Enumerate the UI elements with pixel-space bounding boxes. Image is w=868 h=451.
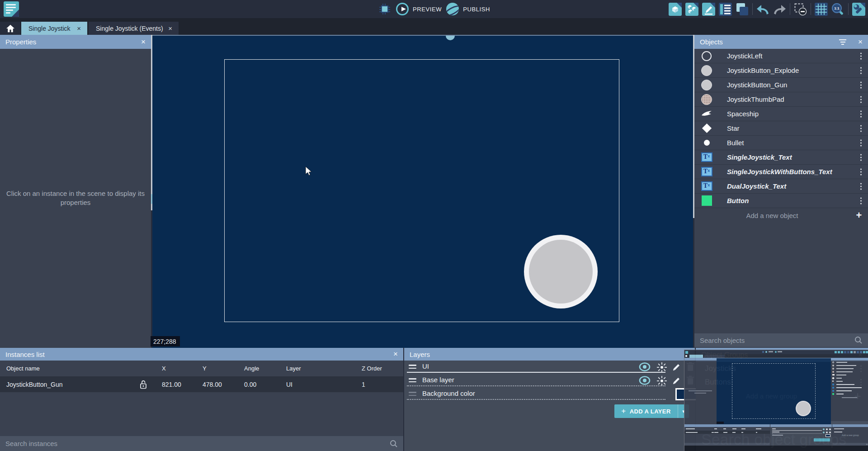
- search-instances-input[interactable]: [5, 440, 390, 447]
- drag-handle-icon: [409, 392, 416, 396]
- open-settings-icon[interactable]: [852, 3, 865, 16]
- object-menu-icon[interactable]: [860, 154, 862, 161]
- spaceship-icon: [701, 108, 712, 120]
- search-icon: [390, 440, 398, 448]
- object-row[interactable]: JoystickButton_Explode: [694, 63, 868, 78]
- drag-handle-icon[interactable]: [409, 378, 416, 382]
- close-panel-icon[interactable]: ×: [858, 38, 863, 47]
- instance-row-selected[interactable]: JoystickButton_Gun 821.00 478.00 0.00 UI…: [0, 376, 403, 392]
- open-objects-editor-icon[interactable]: [669, 3, 682, 16]
- object-row[interactable]: Bullet: [694, 136, 868, 150]
- object-row[interactable]: JoystickButton_Gun: [694, 78, 868, 92]
- object-menu-icon[interactable]: [860, 183, 862, 190]
- tab-label: Single Joystick (Events): [96, 25, 163, 32]
- layer-name: Base layer: [422, 376, 454, 384]
- pip-objects: [831, 358, 868, 424]
- pip-layers: [770, 424, 832, 446]
- column-angle[interactable]: Angle: [244, 361, 259, 376]
- publish-button[interactable]: PUBLISH: [446, 0, 490, 18]
- text-object-icon: Tx: [701, 152, 712, 163]
- object-menu-icon[interactable]: [860, 81, 862, 88]
- column-layer[interactable]: Layer: [286, 361, 301, 376]
- visibility-eye-icon[interactable]: [638, 362, 651, 372]
- object-menu-icon[interactable]: [860, 125, 862, 132]
- open-instances-list-icon[interactable]: [719, 3, 732, 16]
- object-row[interactable]: Star: [694, 121, 868, 136]
- pip-tabstrip: [684, 354, 868, 358]
- open-layers-editor-icon[interactable]: [736, 3, 749, 16]
- close-tab-icon[interactable]: ×: [166, 24, 174, 32]
- instance-x: 821.00: [162, 376, 181, 392]
- preview-label: PREVIEW: [413, 6, 442, 13]
- close-tab-icon[interactable]: ×: [75, 24, 83, 32]
- top-bar: PREVIEW PUBLISH: [0, 0, 868, 18]
- tab-strip: Single Joystick × Single Joystick (Event…: [0, 18, 868, 35]
- object-name: JoystickThumbPad: [727, 95, 784, 103]
- column-object-name[interactable]: Object name: [6, 361, 40, 376]
- visibility-eye-icon[interactable]: [638, 375, 651, 385]
- unlock-icon[interactable]: [139, 376, 147, 392]
- home-tab[interactable]: [0, 22, 20, 35]
- joystick-button-instance[interactable]: [524, 235, 598, 309]
- tab-single-joystick-events[interactable]: Single Joystick (Events) ×: [89, 22, 179, 35]
- scene-toolbar: 1:1: [669, 2, 865, 16]
- object-row[interactable]: Tx DualJoystick_Text: [694, 179, 868, 194]
- screen-preview-window[interactable]: Add a new group: [684, 350, 868, 451]
- toolbar-separator: [790, 3, 790, 15]
- object-row[interactable]: Tx SingleJoystickWithButtons_Text: [694, 165, 868, 179]
- undo-icon[interactable]: [756, 3, 769, 16]
- toggle-grid-icon[interactable]: [815, 3, 828, 16]
- layer-effects-icon[interactable]: [656, 362, 667, 373]
- panel-title: Layers: [410, 351, 430, 358]
- gdevelop-logo-icon[interactable]: [4, 1, 19, 17]
- properties-panel: Properties × Click on an instance in the…: [0, 35, 151, 348]
- layer-effects-icon[interactable]: [656, 375, 667, 386]
- object-row[interactable]: Spaceship: [694, 107, 868, 121]
- open-object-groups-editor-icon[interactable]: [685, 3, 698, 16]
- object-menu-icon[interactable]: [860, 168, 862, 175]
- add-layer-button[interactable]: + ADD A LAYER: [614, 404, 678, 418]
- plus-icon: +: [850, 209, 868, 221]
- instance-z-order: 1: [362, 376, 365, 392]
- tab-single-joystick[interactable]: Single Joystick ×: [21, 22, 87, 35]
- filter-icon[interactable]: [839, 39, 846, 45]
- layer-row-ui[interactable]: UI: [404, 361, 695, 374]
- edit-layer-pencil-icon[interactable]: [672, 362, 682, 372]
- pip-bottom-strip: [684, 446, 868, 451]
- debugger-chip-icon[interactable]: [379, 3, 391, 15]
- preview-button[interactable]: PREVIEW: [396, 0, 442, 18]
- object-menu-icon[interactable]: [860, 139, 862, 146]
- column-x[interactable]: X: [162, 361, 166, 376]
- zoom-original-icon[interactable]: 1:1: [831, 3, 844, 16]
- object-menu-icon[interactable]: [860, 197, 862, 204]
- object-menu-icon[interactable]: [860, 67, 862, 74]
- objects-panel: Objects × JoystickLeft JoystickButton_Ex…: [694, 35, 868, 348]
- instance-y: 478.00: [203, 376, 222, 392]
- search-objects-input[interactable]: [700, 337, 854, 344]
- object-row[interactable]: Tx SingleJoystick_Text: [694, 150, 868, 165]
- edit-scene-properties-icon[interactable]: [702, 3, 715, 16]
- collapse-panel-handle[interactable]: [446, 36, 455, 40]
- object-menu-icon[interactable]: [860, 110, 862, 117]
- drag-handle-icon[interactable]: [409, 365, 416, 369]
- column-y[interactable]: Y: [203, 361, 207, 376]
- close-panel-icon[interactable]: ×: [393, 350, 398, 359]
- edit-layer-pencil-icon[interactable]: [672, 375, 682, 385]
- layer-row-base[interactable]: Base layer: [404, 374, 695, 388]
- object-row[interactable]: Button: [694, 194, 868, 208]
- green-square-icon: [701, 195, 712, 207]
- delete-selection-icon[interactable]: [794, 3, 807, 16]
- object-row[interactable]: JoystickLeft: [694, 49, 868, 63]
- scene-canvas[interactable]: 227;288: [152, 35, 693, 348]
- close-panel-icon[interactable]: ×: [141, 38, 146, 47]
- object-menu-icon[interactable]: [860, 52, 862, 59]
- object-row[interactable]: JoystickThumbPad: [694, 92, 868, 107]
- circle-filled-icon: [701, 65, 712, 76]
- object-menu-icon[interactable]: [860, 96, 862, 103]
- layer-row-background-color[interactable]: Background color: [404, 388, 695, 401]
- layer-underline: [407, 399, 665, 400]
- column-z-order[interactable]: Z Order: [362, 361, 382, 376]
- add-object-button[interactable]: Add a new object +: [694, 208, 868, 223]
- redo-icon[interactable]: [773, 3, 786, 16]
- layer-underline: [407, 372, 665, 373]
